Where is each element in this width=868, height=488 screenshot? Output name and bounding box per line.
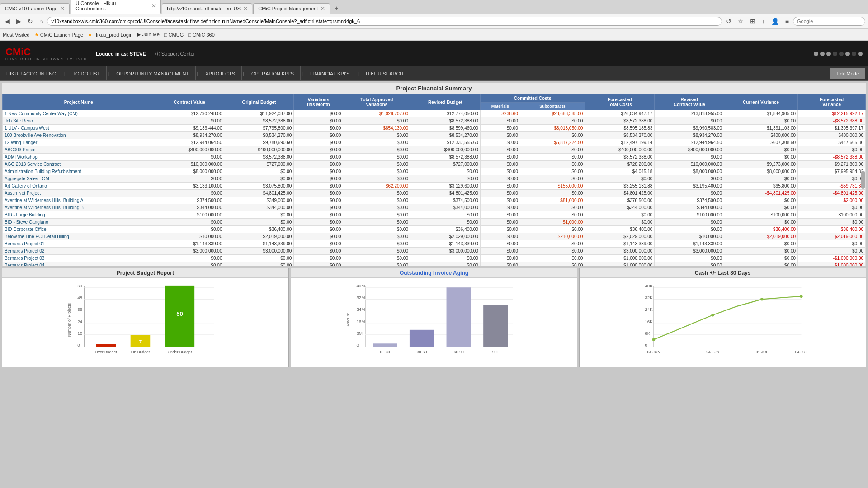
menu-button[interactable]: ≡ xyxy=(783,17,791,26)
bookmark-most-visited[interactable]: Most Visited xyxy=(3,32,30,38)
value-cell: $1,391,103.00 xyxy=(724,125,798,132)
tab-uiconsole[interactable]: UIConsole - Hikuu Construction... ✕ xyxy=(71,0,161,14)
col-revised-contract: RevisedContract Value xyxy=(655,94,724,110)
project-name-cell[interactable]: 1 New Community Center Way (CM) xyxy=(3,110,155,117)
value-cell: $0.00 xyxy=(655,219,724,226)
refresh-button[interactable]: ↺ xyxy=(724,17,734,26)
tab-close[interactable]: ✕ xyxy=(149,3,156,9)
nav-hikuu-accounting[interactable]: HIKUU ACCOUNTING xyxy=(0,66,63,80)
vertical-scrollbar[interactable] xyxy=(861,171,865,189)
tab-close[interactable]: ✕ xyxy=(241,5,248,12)
col-variations-month: Variationsthis Month xyxy=(294,94,343,110)
dot-5 xyxy=(839,52,844,56)
value-cell: $1,000,000.00 xyxy=(585,255,655,262)
project-name-cell[interactable]: AGO 2013 Service Contract xyxy=(3,161,155,168)
app-header: CMiC CONSTRUCTION SOFTWARE EVOLVED Logge… xyxy=(0,41,868,66)
value-cell: $0.00 xyxy=(520,226,585,233)
bookmark-cmug[interactable]: □ CMUG xyxy=(164,32,184,38)
bar-90plus xyxy=(483,305,508,347)
project-name-cell[interactable]: 100 Brookville Ave Renovation xyxy=(3,132,155,139)
project-name-cell[interactable]: Job Site Reno xyxy=(3,117,155,125)
back-button[interactable]: ◀ xyxy=(3,17,12,26)
invoice-aging-body: 40M 32M 24M 16M 8M 0 xyxy=(291,278,577,367)
reload-button[interactable]: ↻ xyxy=(25,17,35,26)
svg-text:7: 7 xyxy=(139,339,142,344)
value-cell: $727,000.00 xyxy=(224,161,294,168)
forward-button[interactable]: ▶ xyxy=(14,17,24,26)
nav-financial-kpis[interactable]: FINANCIAL KPI'S xyxy=(304,66,356,80)
user-button[interactable]: 👤 xyxy=(769,17,781,26)
tab-close[interactable]: ✕ xyxy=(57,5,65,12)
value-cell: $0.00 xyxy=(798,248,866,255)
value-cell: $0.00 xyxy=(294,190,343,197)
table-container[interactable]: Project Name Contract Value Original Bud… xyxy=(2,94,866,266)
logo-text: CMiC xyxy=(5,47,31,57)
download-button[interactable]: ↓ xyxy=(760,17,767,26)
project-name-cell[interactable]: 12 Wing Hanger xyxy=(3,139,155,146)
svg-text:04 JUN: 04 JUN xyxy=(647,350,660,354)
project-name-cell[interactable]: Bernards Project 03 xyxy=(3,255,155,262)
nav-opportunity-management[interactable]: OPPORTUNITY MANAGEMENT xyxy=(110,66,196,80)
tab-close[interactable]: ✕ xyxy=(318,5,325,12)
project-name-cell[interactable]: Below the Line PCI Detail Billing xyxy=(3,233,155,240)
project-name-cell[interactable]: ADMI Workshop xyxy=(3,154,155,161)
search-input[interactable] xyxy=(793,17,865,26)
project-name-cell[interactable]: Bernards Project 02 xyxy=(3,248,155,255)
datapoint-3 xyxy=(760,298,764,301)
table-row: Administration Building Refurbishment$8,… xyxy=(3,168,866,175)
tab-cmic-launch[interactable]: CMiC v10 Launch Page ✕ xyxy=(0,3,70,14)
nav-operation-kpis[interactable]: OPERATION KPI'S xyxy=(245,66,301,80)
bookmark-hikuu-prod[interactable]: Hikuu_prod Login xyxy=(88,32,132,38)
value-cell: $0.00 xyxy=(410,255,481,262)
bookmark-cmic-launch[interactable]: CMiC Launch Page xyxy=(34,32,83,38)
project-name-cell[interactable]: BID - Steve Cangiano xyxy=(3,219,155,226)
value-cell: $0.00 xyxy=(655,255,724,262)
project-name-cell[interactable]: ABC003 Project xyxy=(3,146,155,154)
value-cell: $0.00 xyxy=(294,175,343,183)
value-cell: $3,000,000.00 xyxy=(410,248,481,255)
value-cell: $3,000,000.00 xyxy=(585,248,655,255)
project-name-cell[interactable]: Bernards Project 04 xyxy=(3,262,155,266)
address-input[interactable] xyxy=(47,17,722,26)
project-name-cell[interactable]: Art Gallery of Ontario xyxy=(3,183,155,190)
project-name-cell[interactable]: BID Corporate Office xyxy=(3,226,155,233)
header-user-info: Logged in as: STEVE xyxy=(96,51,146,56)
value-cell: $0.00 xyxy=(655,117,724,125)
star-button[interactable]: ☆ xyxy=(736,17,746,26)
project-name-cell[interactable]: 1 ULV - Campus West xyxy=(3,125,155,132)
svg-text:40K: 40K xyxy=(645,283,653,288)
budget-report-body: 60 48 36 24 12 0 xyxy=(2,278,288,367)
project-name-cell[interactable]: Aventine at Wilderness Hills- Building A xyxy=(3,197,155,204)
new-tab-button[interactable]: + xyxy=(331,3,342,14)
value-cell: $0.00 xyxy=(520,211,585,219)
value-cell: $0.00 xyxy=(343,175,410,183)
col-total-approved: Total ApprovedVariations xyxy=(343,94,410,110)
project-name-cell[interactable]: Austin Net Project xyxy=(3,190,155,197)
value-cell: $0.00 xyxy=(480,146,520,154)
value-cell: $0.00 xyxy=(155,262,224,266)
project-name-cell[interactable]: Bernards Project 01 xyxy=(3,240,155,248)
bar-30-60 xyxy=(410,330,434,347)
edit-mode-button[interactable]: Edit Mode xyxy=(830,68,865,79)
value-cell: $0.00 xyxy=(724,204,798,211)
value-cell: $0.00 xyxy=(343,233,410,240)
bookmark-button[interactable]: ⊞ xyxy=(748,17,758,26)
project-name-cell[interactable]: Aggregate Sales - OM xyxy=(3,175,155,183)
nav-xprojects[interactable]: XPROJECTS xyxy=(199,66,242,80)
home-button[interactable]: ⌂ xyxy=(37,17,45,26)
value-cell: $0.00 xyxy=(410,211,481,219)
tab-project-management[interactable]: CMiC Project Management ✕ xyxy=(253,3,330,14)
nav-hikuu-search[interactable]: HIKUU SEARCH xyxy=(359,66,410,80)
project-name-cell[interactable]: Administration Building Refurbishment xyxy=(3,168,155,175)
value-cell: $0.00 xyxy=(410,262,481,266)
bookmark-cmic360[interactable]: □ CMiC 360 xyxy=(188,32,215,38)
bookmark-join-me[interactable]: ▶ Join Me xyxy=(137,32,160,38)
value-cell: $13,818,955.00 xyxy=(655,110,724,117)
support-center-link[interactable]: ⓘ Support Center xyxy=(155,51,195,57)
value-cell: $0.00 xyxy=(724,197,798,204)
project-name-cell[interactable]: Aventine at Wilderness Hills- Building B xyxy=(3,204,155,211)
tab-v10xsand[interactable]: http://v10xsand...rtLocale=en_US ✕ xyxy=(162,3,252,14)
nav-todo-list[interactable]: TO DO LIST xyxy=(66,66,107,80)
project-name-cell[interactable]: BID - Large Building xyxy=(3,211,155,219)
value-cell: $0.00 xyxy=(724,248,798,255)
